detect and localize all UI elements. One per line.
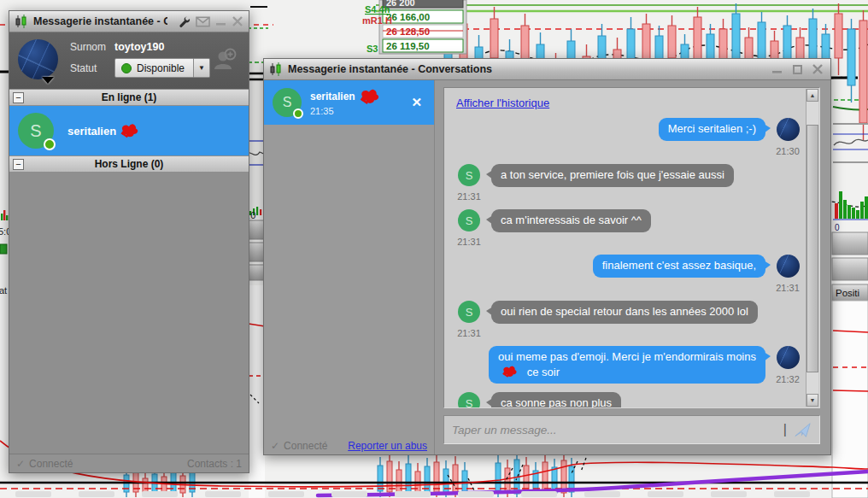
minimize-button[interactable] [215,15,227,28]
conversation-avatar: S [273,88,302,117]
user-avatar [777,118,800,141]
mail-button[interactable] [196,15,210,28]
contacts-window-title: Messagerie instantanée - Contacts [33,15,167,27]
status-select[interactable]: Disponible [114,58,194,78]
price-label-4: 26 119,50 [386,41,430,51]
message-row: finalement c'est assez basique, 21:31 [455,255,802,293]
message-input[interactable] [452,424,780,436]
close-button[interactable] [810,62,825,76]
settings-wrench-button[interactable] [178,15,191,28]
avatar-dropdown-caret-icon[interactable] [42,77,54,84]
messenger-app-icon [269,62,283,76]
maximize-button[interactable] [789,62,805,76]
volume-zero-label: 0 [835,223,840,232]
input-caret: | [783,422,787,437]
message-time: 21:31 [457,328,481,338]
message-time: 21:31 [457,237,481,247]
conversations-window-title: Messagerie instantanée - Conversations [288,63,492,75]
red-scribble-censor-icon [119,122,139,139]
status-dropdown-arrow[interactable]: ▼ [194,58,210,78]
contacts-titlebar[interactable]: Messagerie instantanée - Contacts [9,11,249,32]
contact-initial: S [30,121,41,141]
contact-avatar: S [458,209,480,231]
scrollbar-thumb[interactable] [806,125,818,372]
user-avatar [777,346,800,369]
report-abuse-link[interactable]: Reporter un abus [348,440,427,452]
message-time: 21:30 [776,146,800,156]
minimize-button[interactable] [769,62,784,76]
connected-check-icon: ✓ [16,458,25,470]
outgoing-message-bubble: finalement c'est assez basique, [593,255,765,278]
conversation-tab-seritalien[interactable]: S seritalien 21:35 ✕ [264,80,434,125]
outgoing-message-bubble: Merci seritalien ;-) [659,118,765,141]
outgoing-message-bubble: oui meme pas d'emoji. Merci je m'endormi… [489,346,765,384]
message-time: 21:31 [457,191,481,202]
online-status-dot-icon [293,108,303,119]
contact-avatar: S [458,392,480,407]
connected-status: Connecté [29,458,73,470]
conversation-name: seritalien [310,91,355,103]
offline-section-header[interactable]: − Hors Ligne (0) [9,155,249,173]
contact-avatar: S [458,164,480,186]
pivot-label-s3: S3 [367,44,378,54]
statut-label: Statut [70,62,108,74]
contact-avatar: S [18,113,54,149]
status-value: Disponible [137,62,185,74]
red-scribble-censor-icon [498,365,520,378]
incoming-message-bubble: a ton service, premiere fois que j'essai… [491,164,734,187]
available-status-dot-icon [121,63,132,73]
conversations-titlebar[interactable]: Messagerie instantanée - Conversations [264,59,830,80]
user-avatar [777,255,800,278]
conversations-statusbar: ✓ Connecté Reporter un abus [264,437,434,454]
nickname-value: toytoy190 [114,41,164,53]
red-scribble-censor-icon [358,87,380,106]
sidebar-empty-area [264,125,434,437]
surnom-label: Surnom [70,41,108,53]
price-label-1: 26 200 [386,0,415,8]
message-time: 21:32 [776,374,800,384]
price-label-3: 26 128,50 [386,26,430,37]
incoming-message-bubble: oui rien de special retour dans les anné… [491,301,758,324]
scroll-up-button[interactable]: ▲ [806,89,818,102]
contacts-statusbar: ✓ Connecté Contacts : 1 [9,454,249,472]
collapse-offline-button[interactable]: − [13,159,24,170]
chat-scrollbar[interactable]: ▲ ▼ [806,89,818,407]
online-status-dot-icon [44,138,56,150]
positions-panel-title: Positi [836,288,859,298]
chat-message-area[interactable]: Afficher l'historique Merci seritalien ;… [443,87,820,408]
send-message-icon[interactable] [794,422,812,438]
left-edge-cut-label: at [0,285,7,296]
close-conversation-button[interactable]: ✕ [408,95,425,110]
online-section-label: En ligne (1) [102,91,157,103]
conversations-sidebar: S seritalien 21:35 ✕ ✓ Connecté Reporter… [264,80,435,454]
contacts-empty-area [9,173,249,454]
price-label-2: 26 166,00 [386,12,430,22]
conversations-window: Messagerie instantanée - Conversations S… [263,58,831,455]
messenger-app-icon [15,15,28,28]
message-row: oui meme pas d'emoji. Merci je m'endormi… [455,346,802,384]
collapse-online-button[interactable]: − [13,92,24,103]
message-input-bar: | [443,415,820,444]
contact-avatar: S [458,301,480,323]
message-row: S 21:31 ca m'interessais de savoir ^^ [455,209,802,247]
offline-section-label: Hors Ligne (0) [95,158,164,170]
message-row: S 21:33 ca sonne pas non plus [455,392,802,407]
user-avatar[interactable] [18,39,58,79]
contact-name: seritalien [67,125,116,138]
message-row: S 21:31 oui rien de special retour dans … [455,301,802,338]
online-section-header[interactable]: − En ligne (1) [9,89,249,106]
contacts-window: Messagerie instantanée - Contacts Surnom… [9,10,249,473]
conversation-initial: S [283,95,292,110]
scroll-down-button[interactable]: ▼ [806,394,818,407]
contact-row-seritalien[interactable]: S seritalien [9,106,249,155]
pivot-label-mr1: mR1 H [362,15,392,26]
conversation-time: 21:35 [310,106,380,118]
message-row: S 21:31 a ton service, premiere fois que… [455,164,802,202]
close-button[interactable] [232,15,243,28]
profile-section: Surnom toytoy190 Statut Disponible ▼ [9,32,249,89]
pivot-label-s4: S4 4h [365,4,390,15]
show-history-link[interactable]: Afficher l'historique [456,97,549,109]
message-time: 21:31 [776,283,800,293]
add-contact-icon[interactable] [211,46,238,77]
incoming-message-bubble: ca sonne pas non plus [491,392,621,407]
